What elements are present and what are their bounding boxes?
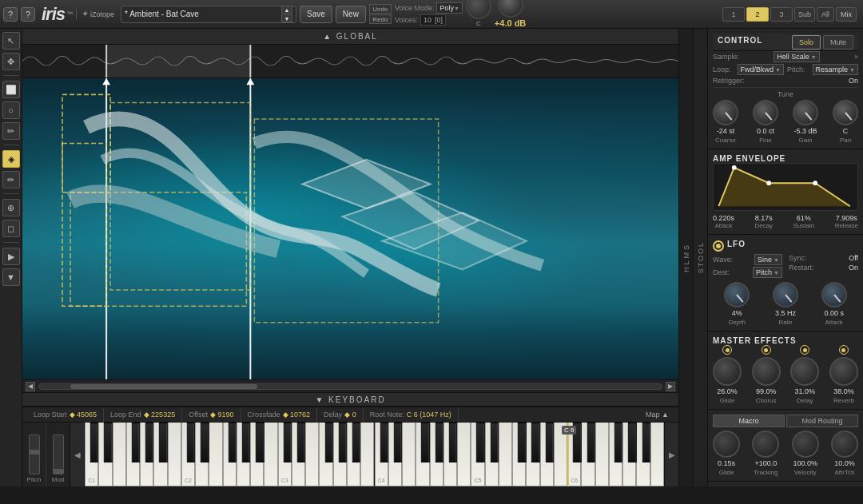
- mod-routing-tab[interactable]: Mod Routing: [786, 415, 858, 427]
- black-key-Ds4[interactable]: [394, 423, 402, 462]
- black-key-Gs5[interactable]: [531, 423, 539, 462]
- preset-dropdown[interactable]: * Ambient - Bat Cave ▲ ▼: [121, 6, 296, 23]
- undo-button[interactable]: Undo: [369, 4, 392, 14]
- pitch-slider[interactable]: [29, 435, 40, 474]
- chorus-knob[interactable]: [752, 357, 781, 386]
- delay-power[interactable]: [800, 345, 809, 355]
- delay-knob[interactable]: [790, 357, 819, 386]
- tool-down[interactable]: ▼: [2, 268, 20, 286]
- help-button[interactable]: ?: [3, 7, 18, 22]
- keyboard-nav-left[interactable]: ◀: [70, 423, 85, 486]
- macro-tab[interactable]: Macro: [713, 415, 785, 427]
- mod-slider[interactable]: [53, 435, 64, 474]
- tool-lasso[interactable]: ○: [2, 101, 20, 119]
- fine-knob[interactable]: [753, 100, 778, 125]
- redo-button[interactable]: Redo: [369, 14, 392, 24]
- lfo-wave-dropdown[interactable]: Sine ▼: [754, 254, 782, 265]
- scroll-track[interactable]: [38, 383, 662, 390]
- sample-browse[interactable]: »: [854, 53, 858, 61]
- loop-dropdown[interactable]: Fwd/Bkwd ▼: [738, 64, 784, 75]
- black-key-Cs3[interactable]: [284, 423, 292, 462]
- lfo-depth-knob[interactable]: [724, 282, 750, 308]
- tool-hand[interactable]: ✥: [2, 53, 20, 70]
- black-key-As6[interactable]: [642, 423, 650, 462]
- scroll-left-arrow[interactable]: ◀: [26, 382, 35, 391]
- amp-env-graph[interactable]: [713, 163, 858, 211]
- solo-button[interactable]: Solo: [792, 35, 821, 50]
- black-key-Fs6[interactable]: [614, 423, 622, 462]
- preset-up-arrow[interactable]: ▲: [281, 6, 292, 14]
- mute-button[interactable]: Mute: [823, 35, 853, 50]
- black-key-As4[interactable]: [449, 423, 457, 462]
- track-tab-1[interactable]: 1: [722, 7, 745, 22]
- preset-down-arrow[interactable]: ▼: [281, 14, 292, 22]
- scroll-thumb[interactable]: [70, 384, 257, 389]
- black-key-Ds2[interactable]: [201, 423, 209, 462]
- tool-zoom[interactable]: ⊕: [2, 199, 20, 216]
- gain-knob[interactable]: [498, 0, 523, 18]
- black-key-As3[interactable]: [352, 423, 360, 462]
- keyboard-nav-right[interactable]: ▶: [664, 423, 678, 486]
- note-knob[interactable]: [466, 0, 491, 19]
- spectrogram-area[interactable]: [22, 78, 678, 379]
- black-key-Fs3[interactable]: [324, 423, 332, 462]
- tool-brush[interactable]: ✏: [2, 122, 20, 140]
- black-key-Cs5[interactable]: [476, 423, 484, 462]
- black-key-Gs1[interactable]: [145, 423, 153, 462]
- macro-velocity-knob[interactable]: [792, 431, 819, 458]
- lfo-dest-dropdown[interactable]: Pitch ▼: [753, 267, 782, 278]
- track-tab-all[interactable]: All: [817, 7, 834, 22]
- black-key-Gs6[interactable]: [628, 423, 636, 462]
- black-key-As1[interactable]: [159, 423, 167, 462]
- lfo-power-button[interactable]: [713, 240, 724, 252]
- black-key-As2[interactable]: [256, 423, 264, 462]
- pan-knob[interactable]: [833, 100, 858, 125]
- scroll-right-arrow[interactable]: ▶: [666, 382, 675, 391]
- gain-tune-knob[interactable]: [793, 100, 818, 125]
- tool-pencil[interactable]: ✏: [2, 171, 20, 189]
- chorus-power[interactable]: [762, 345, 771, 355]
- black-key-Cs4[interactable]: [380, 423, 388, 462]
- voice-mode-dropdown[interactable]: Poly ▼: [436, 2, 462, 14]
- reverb-power[interactable]: [839, 345, 849, 355]
- macro-aftertouch-knob[interactable]: [831, 431, 858, 458]
- sample-dropdown[interactable]: Hell Scale ▼: [774, 51, 819, 62]
- black-key-Ds6[interactable]: [587, 423, 595, 462]
- reverb-knob[interactable]: [829, 357, 858, 386]
- track-tab-2[interactable]: 2: [746, 7, 769, 22]
- track-tab-mix[interactable]: Mix: [836, 7, 857, 22]
- tool-select[interactable]: ⬜: [2, 81, 20, 98]
- new-button[interactable]: New: [336, 6, 366, 23]
- question-button[interactable]: ?: [21, 7, 35, 22]
- tool-active[interactable]: ◈: [2, 150, 20, 168]
- tool-cursor[interactable]: ↖: [2, 32, 20, 50]
- black-key-Ds1[interactable]: [104, 423, 112, 462]
- black-key-Fs2[interactable]: [229, 423, 237, 462]
- glide-knob[interactable]: [713, 357, 742, 386]
- macro-glide-knob[interactable]: [713, 431, 740, 458]
- black-key-Cs2[interactable]: [187, 423, 195, 462]
- tool-play[interactable]: ▶: [2, 248, 20, 265]
- map-button[interactable]: Map ▲: [641, 411, 674, 419]
- track-tab-3[interactable]: 3: [770, 7, 793, 22]
- waveform-area[interactable]: [22, 45, 678, 78]
- black-key-Fs5[interactable]: [518, 423, 526, 462]
- macro-tracking-knob[interactable]: [752, 431, 779, 458]
- black-key-Cs1[interactable]: [90, 423, 98, 462]
- black-key-Ds3[interactable]: [297, 423, 305, 462]
- lfo-attack-knob[interactable]: [821, 282, 847, 308]
- black-key-Gs3[interactable]: [339, 423, 347, 462]
- black-key-Gs2[interactable]: [242, 423, 250, 462]
- coarse-knob[interactable]: [713, 100, 738, 125]
- black-key-Ds5[interactable]: [491, 423, 499, 462]
- tool-eraser[interactable]: ◻: [2, 220, 20, 237]
- track-tab-sub[interactable]: Sub: [794, 7, 815, 22]
- save-button[interactable]: Save: [300, 6, 332, 23]
- pitch-dropdown[interactable]: Resample ▼: [813, 64, 858, 75]
- black-key-Gs4[interactable]: [435, 423, 443, 462]
- black-key-As5[interactable]: [546, 423, 554, 462]
- black-key-Fs1[interactable]: [132, 423, 140, 462]
- glide-power[interactable]: [722, 345, 732, 355]
- black-key-Fs4[interactable]: [421, 423, 429, 462]
- lfo-rate-knob[interactable]: [773, 282, 798, 308]
